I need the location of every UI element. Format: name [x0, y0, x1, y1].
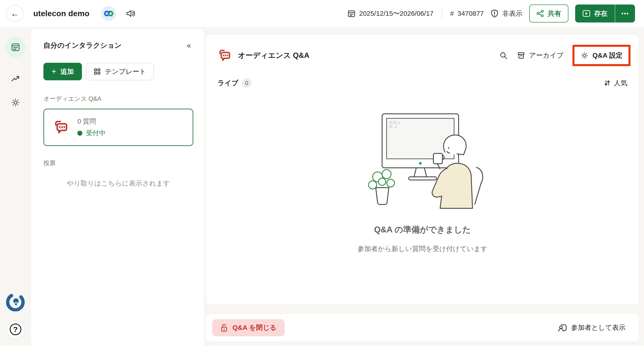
sidebar-item-interactions[interactable] — [6, 37, 26, 57]
sidebar-item-settings[interactable] — [6, 92, 26, 113]
back-button[interactable]: ← — [6, 5, 24, 22]
help-button[interactable]: ? — [6, 320, 24, 338]
unlock-icon — [220, 324, 228, 332]
share-nodes-icon — [536, 10, 544, 17]
qa-main-card: オーディエンス Q&A アーカイブ — [206, 35, 639, 304]
qa-status: 受付中 — [78, 129, 106, 138]
main-title: オーディエンス Q&A — [238, 50, 310, 60]
panel-header: 自分のインタラクション « — [44, 40, 193, 51]
share-button[interactable]: 共有 — [529, 4, 568, 22]
template-grid-icon — [94, 68, 101, 75]
participant-view-button[interactable]: 参加者として表示 — [558, 323, 626, 332]
qa-ready-illustration — [350, 109, 494, 210]
webex-logo-icon — [101, 6, 116, 21]
status-dot-icon — [78, 131, 82, 136]
qa-section-label: オーディエンス Q&A — [44, 95, 193, 103]
sidebar-item-analytics[interactable] — [6, 69, 26, 89]
visibility-status[interactable]: 非表示 — [490, 9, 522, 18]
qa-settings-button[interactable]: Q&A 設定 — [580, 51, 622, 60]
shield-exclamation-icon — [490, 9, 499, 18]
calendar-icon — [348, 10, 356, 18]
present-label: 存在 — [594, 9, 608, 18]
topbar: ← utelecon demo 2025/12/15〜2026/06/17 # — [0, 0, 644, 27]
share-label: 共有 — [548, 9, 561, 18]
qa-chat-bubbles-icon — [218, 48, 232, 63]
event-title: utelecon demo — [33, 9, 90, 18]
qa-card-texts: 0 質問 受付中 — [78, 117, 106, 138]
empty-state-subtitle: 参加者から新しい質問を受け付けています — [358, 244, 488, 254]
live-count-badge: 0 — [242, 78, 251, 88]
present-button[interactable]: 存在 — [575, 4, 615, 22]
hash-prefix: # — [450, 10, 454, 17]
template-label: テンプレート — [105, 67, 146, 76]
topbar-right: 2025/12/15〜2026/06/17 # 3470877 非表示 共有 — [348, 4, 635, 22]
qa-question-count: 0 質問 — [78, 117, 106, 126]
empty-state-title: Q&A の準備ができました — [374, 224, 471, 235]
event-code-value: 3470877 — [458, 10, 484, 17]
participant-view-label: 参加者として表示 — [571, 323, 626, 332]
panel-title: 自分のインタラクション — [44, 41, 122, 50]
archive-label: アーカイブ — [529, 51, 564, 60]
event-code[interactable]: # 3470877 — [450, 10, 484, 17]
add-label: 追加 — [60, 67, 74, 76]
qa-chat-bubbles-icon — [53, 119, 69, 136]
tab-live[interactable]: ライブ 0 — [218, 78, 251, 88]
search-button[interactable] — [499, 51, 508, 60]
sort-arrows-icon — [604, 80, 611, 86]
interactions-panel: 自分のインタラクション « + 追加 テンプレート オーディエンス Q&A — [31, 29, 204, 346]
sort-button[interactable]: 人気 — [604, 78, 627, 88]
collapse-double-chevron-icon: « — [187, 41, 191, 50]
presentation-play-icon — [582, 10, 590, 17]
template-button[interactable]: テンプレート — [86, 63, 154, 80]
date-range: 2025/12/15〜2026/06/17 — [359, 9, 434, 18]
plus-icon: + — [52, 67, 56, 76]
live-tab-label: ライブ — [218, 78, 238, 88]
hidden-label: 非表示 — [502, 9, 522, 18]
gear-icon — [580, 51, 589, 60]
tabs-row: ライブ 0 人気 — [218, 78, 627, 88]
gear-icon — [10, 98, 21, 108]
qa-empty-state: Q&A の準備ができました 参加者から新しい質問を受け付けています — [218, 88, 627, 304]
participant-view-icon — [558, 324, 567, 332]
arrow-left-icon: ← — [10, 9, 19, 18]
slido-logo-icon[interactable] — [6, 292, 25, 311]
panel-hint: やり取りはこちらに表示されます — [44, 179, 193, 188]
collapse-panel-button[interactable]: « — [184, 40, 193, 51]
divider — [442, 8, 442, 19]
add-button[interactable]: + 追加 — [44, 63, 82, 80]
ellipsis-icon: ⋯ — [621, 9, 629, 18]
main-title-wrap: オーディエンス Q&A — [218, 48, 310, 63]
qa-settings-label: Q&A 設定 — [592, 51, 622, 60]
interactions-icon — [10, 42, 20, 52]
question-mark-icon: ? — [10, 324, 22, 335]
trending-up-icon — [10, 74, 20, 84]
search-icon — [499, 51, 508, 60]
qa-interaction-card[interactable]: 0 質問 受付中 — [44, 109, 193, 146]
sort-label: 人気 — [614, 78, 627, 88]
more-button[interactable]: ⋯ — [615, 4, 635, 22]
present-split-button: 存在 ⋯ — [575, 4, 635, 22]
archive-box-icon — [517, 51, 526, 60]
close-qa-button[interactable]: Q&A を閉じる — [212, 319, 285, 336]
speaker-icon[interactable] — [126, 9, 136, 18]
help-glyph: ? — [13, 325, 18, 334]
archive-button[interactable]: アーカイブ — [517, 51, 564, 60]
close-qa-label: Q&A を閉じる — [232, 323, 276, 332]
panel-actions: + 追加 テンプレート — [44, 63, 193, 80]
event-dates[interactable]: 2025/12/15〜2026/06/17 — [348, 9, 434, 18]
main-header: オーディエンス Q&A アーカイブ — [218, 45, 627, 66]
annotation-highlight-box: Q&A 設定 — [572, 45, 630, 66]
qa-status-label: 受付中 — [86, 129, 106, 138]
polls-section-label: 投票 — [44, 159, 193, 167]
icon-rail: ? — [0, 27, 31, 346]
qa-footer-bar: Q&A を閉じる 参加者として表示 — [206, 314, 639, 342]
main-header-actions: アーカイブ Q&A 設定 — [499, 45, 627, 66]
